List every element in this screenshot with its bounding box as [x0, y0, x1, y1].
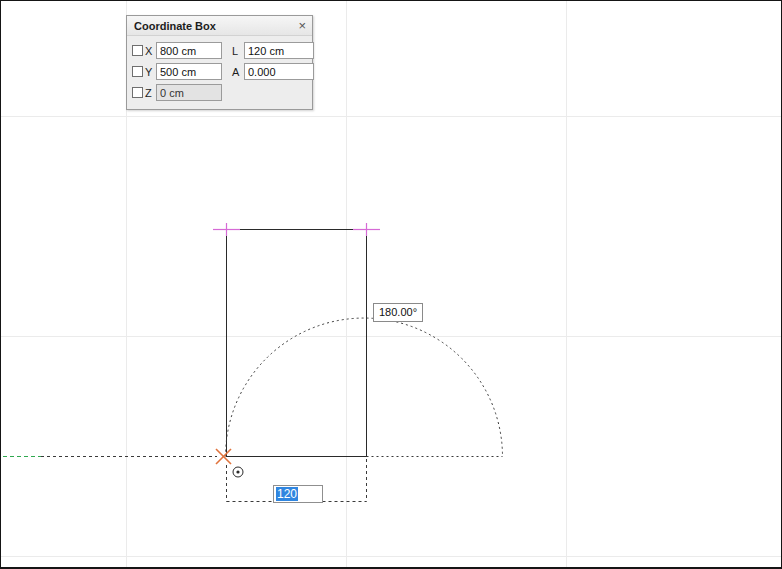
- z-label: Z: [145, 87, 156, 99]
- x-lock-checkbox[interactable]: [132, 45, 143, 56]
- app-window: 180.00° 120 Coordinate Box × X L Y A: [0, 0, 782, 569]
- z-lock-checkbox[interactable]: [132, 87, 143, 98]
- close-icon[interactable]: ×: [298, 19, 306, 32]
- l-label: L: [232, 45, 244, 57]
- y-lock-checkbox[interactable]: [132, 66, 143, 77]
- origin-dot-icon: [233, 467, 243, 477]
- coordinate-row-y: Y A: [132, 61, 307, 82]
- angle-arc: [226, 318, 503, 456]
- length-input[interactable]: [244, 42, 314, 59]
- y-input[interactable]: [156, 63, 222, 80]
- x-label: X: [145, 45, 156, 57]
- coordinate-row-x: X L: [132, 40, 307, 61]
- x-input[interactable]: [156, 42, 222, 59]
- grid-lines: [1, 1, 782, 569]
- palette-body: X L Y A Z: [127, 36, 312, 109]
- length-tracker-input[interactable]: 120: [273, 485, 323, 503]
- angle-input[interactable]: [244, 63, 314, 80]
- length-input-value: 120: [276, 487, 298, 501]
- palette-title: Coordinate Box: [134, 20, 216, 32]
- angle-readout: 180.00°: [373, 303, 423, 322]
- z-input[interactable]: [156, 84, 222, 101]
- palette-titlebar[interactable]: Coordinate Box ×: [127, 16, 312, 36]
- y-label: Y: [145, 66, 156, 78]
- drawn-rectangle: [227, 230, 367, 457]
- drawing-canvas[interactable]: [1, 1, 782, 569]
- coordinate-box-palette: Coordinate Box × X L Y A Z: [126, 15, 313, 110]
- coordinate-row-z: Z: [132, 82, 307, 103]
- a-label: A: [232, 66, 244, 78]
